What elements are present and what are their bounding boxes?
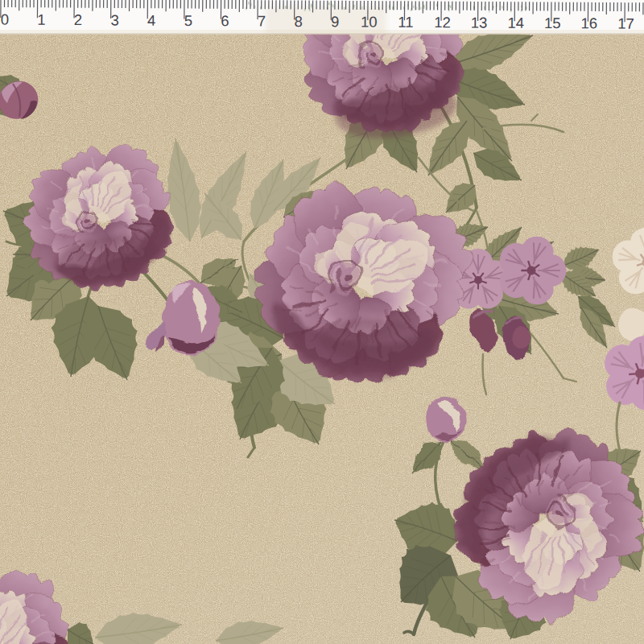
svg-text:10: 10 — [361, 13, 378, 30]
svg-text:5: 5 — [184, 12, 192, 29]
svg-text:9: 9 — [331, 13, 339, 30]
svg-text:8: 8 — [294, 13, 302, 30]
svg-text:4: 4 — [147, 12, 155, 29]
svg-text:12: 12 — [434, 14, 451, 31]
svg-text:11: 11 — [398, 14, 413, 31]
svg-text:3: 3 — [110, 11, 118, 28]
svg-text:0: 0 — [1, 11, 9, 28]
svg-text:1: 1 — [37, 11, 45, 28]
svg-text:2: 2 — [74, 11, 82, 28]
svg-text:13: 13 — [471, 14, 488, 31]
svg-text:7: 7 — [258, 13, 266, 30]
svg-text:15: 15 — [544, 14, 561, 31]
svg-text:16: 16 — [581, 14, 598, 31]
svg-text:14: 14 — [507, 14, 524, 31]
svg-text:6: 6 — [221, 12, 229, 29]
svg-text:17: 17 — [617, 15, 634, 32]
